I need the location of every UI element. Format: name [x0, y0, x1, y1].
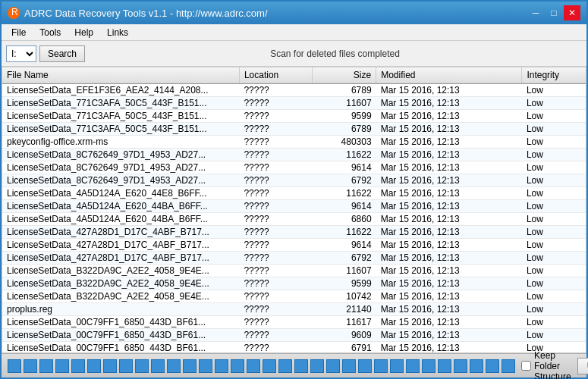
table-row[interactable]: proplus.reg?????21140Mar 15 2016, 12:13L… [2, 303, 586, 316]
table-cell-size: 11617 [313, 316, 376, 329]
table-cell-integrity: Low [522, 239, 586, 252]
file-table-container: File Name Location Size Modified Integri… [2, 67, 586, 353]
table-cell-location: ????? [239, 252, 312, 265]
progress-block [103, 359, 117, 373]
table-cell-file-name: LicenseSetData_EFE1F3E6_AEA2_4144_A208..… [2, 83, 239, 97]
table-cell-location: ????? [239, 136, 312, 149]
table-row[interactable]: LicenseSetData_427A28D1_D17C_4ABF_B717..… [2, 226, 586, 239]
table-row[interactable]: LicenseSetData_4A5D124A_E620_44BA_B6FF..… [2, 200, 586, 213]
progress-block [422, 359, 435, 373]
keep-folder-checkbox[interactable] [521, 361, 531, 371]
table-cell-file-name: LicenseSetData_427A28D1_D17C_4ABF_B717..… [2, 252, 239, 265]
keep-folder-checkbox-container: Keep Folder Structure [521, 350, 571, 380]
search-button[interactable]: Search [39, 45, 85, 62]
progress-block [199, 359, 212, 373]
table-cell-integrity: Low [522, 161, 586, 174]
progress-block [8, 359, 21, 373]
table-cell-location: ????? [239, 97, 312, 110]
col-header-integrity[interactable]: Integrity [522, 67, 586, 83]
close-button[interactable]: ✕ [564, 5, 580, 20]
col-header-filename[interactable]: File Name [2, 67, 239, 83]
table-row[interactable]: LicenseSetData_4A5D124A_E620_44E8_B6FF..… [2, 187, 586, 200]
col-header-location[interactable]: Location [239, 67, 312, 83]
table-cell-modified: Mar 15 2016, 12:13 [376, 316, 522, 329]
menu-links[interactable]: Links [100, 25, 135, 40]
col-header-modified[interactable]: Modified [376, 67, 522, 83]
progress-block [231, 359, 244, 373]
table-row[interactable]: LicenseSetData_8C762649_97D1_4953_AD27..… [2, 161, 586, 174]
table-cell-size: 6791 [313, 342, 376, 353]
table-cell-modified: Mar 15 2016, 12:13 [376, 213, 522, 226]
table-cell-file-name: LicenseSetData_B322DA9C_A2E2_4058_9E4E..… [2, 290, 239, 303]
table-cell-size: 6789 [313, 83, 376, 97]
table-cell-location: ????? [239, 303, 312, 316]
table-cell-integrity: Low [522, 277, 586, 290]
menu-help[interactable]: Help [68, 25, 100, 40]
col-header-size[interactable]: Size [313, 67, 376, 83]
table-cell-file-name: proplus.reg [2, 303, 239, 316]
table-cell-location: ????? [239, 316, 312, 329]
table-cell-size: 11607 [313, 265, 376, 277]
table-row[interactable]: LicenseSetData_771C3AFA_50C5_443F_B151..… [2, 123, 586, 136]
table-cell-file-name: LicenseSetData_427A28D1_D17C_4ABF_B717..… [2, 239, 239, 252]
table-cell-modified: Mar 15 2016, 12:13 [376, 226, 522, 239]
table-row[interactable]: LicenseSetData_00C79FF1_6850_443D_BF61..… [2, 329, 586, 342]
table-row[interactable]: LicenseSetData_771C3AFA_50C5_443F_B151..… [2, 110, 586, 123]
progress-block [326, 359, 340, 373]
table-cell-size: 11622 [313, 149, 376, 161]
table-cell-file-name: LicenseSetData_771C3AFA_50C5_443F_B151..… [2, 97, 239, 110]
table-cell-file-name: LicenseSetData_00C79FF1_6850_443D_BF61..… [2, 316, 239, 329]
table-cell-size: 9614 [313, 239, 376, 252]
progress-block [454, 359, 467, 373]
table-cell-file-name: LicenseSetData_8C762649_97D1_4953_AD27..… [2, 174, 239, 187]
menu-bar: File Tools Help Links [2, 24, 586, 41]
table-row[interactable]: LicenseSetData_00C79FF1_6850_443D_BF61..… [2, 316, 586, 329]
table-row[interactable]: LicenseSetData_EFE1F3E6_AEA2_4144_A208..… [2, 83, 586, 97]
table-row[interactable]: pkeyconfig-office.xrm-ms?????480303Mar 1… [2, 136, 586, 149]
table-cell-location: ????? [239, 161, 312, 174]
table-row[interactable]: LicenseSetData_B322DA9C_A2E2_4058_9E4E..… [2, 290, 586, 303]
table-cell-size: 6789 [313, 123, 376, 136]
table-row[interactable]: LicenseSetData_427A28D1_D17C_4ABF_B717..… [2, 252, 586, 265]
table-row[interactable]: LicenseSetData_B322DA9C_A2E2_4058_9E4E..… [2, 265, 586, 277]
menu-file[interactable]: File [5, 25, 33, 40]
table-row[interactable]: LicenseSetData_8C762649_97D1_4953_AD27..… [2, 174, 586, 187]
table-cell-integrity: Low [522, 329, 586, 342]
table-scroll[interactable]: File Name Location Size Modified Integri… [2, 67, 586, 352]
progress-block [24, 359, 37, 373]
table-cell-location: ????? [239, 239, 312, 252]
table-cell-location: ????? [239, 174, 312, 187]
drive-select[interactable]: I: C: D: [6, 45, 36, 62]
table-cell-modified: Mar 15 2016, 12:13 [376, 187, 522, 200]
table-cell-modified: Mar 15 2016, 12:13 [376, 277, 522, 290]
table-cell-integrity: Low [522, 123, 586, 136]
progress-block [39, 359, 53, 373]
minimize-button[interactable]: ─ [527, 5, 544, 20]
table-cell-location: ????? [239, 83, 312, 97]
table-cell-modified: Mar 15 2016, 12:13 [376, 342, 522, 353]
table-cell-location: ????? [239, 149, 312, 161]
table-cell-modified: Mar 15 2016, 12:13 [376, 329, 522, 342]
table-cell-file-name: LicenseSetData_4A5D124A_E620_44BA_B6FF..… [2, 200, 239, 213]
table-cell-size: 6792 [313, 174, 376, 187]
table-cell-integrity: Low [522, 252, 586, 265]
table-cell-integrity: Low [522, 174, 586, 187]
menu-tools[interactable]: Tools [33, 25, 68, 40]
table-cell-file-name: LicenseSetData_771C3AFA_50C5_443F_B151..… [2, 110, 239, 123]
table-row[interactable]: LicenseSetData_8C762649_97D1_4953_AD27..… [2, 149, 586, 161]
progress-block [310, 359, 324, 373]
undelete-button[interactable]: Undelete Files [577, 358, 588, 374]
table-cell-size: 9614 [313, 161, 376, 174]
table-header-row: File Name Location Size Modified Integri… [2, 67, 586, 83]
maximize-button[interactable]: □ [546, 5, 562, 20]
table-row[interactable]: LicenseSetData_4A5D124A_E620_44BA_B6FF..… [2, 213, 586, 226]
table-row[interactable]: LicenseSetData_771C3AFA_50C5_443F_B151..… [2, 97, 586, 110]
table-row[interactable]: LicenseSetData_427A28D1_D17C_4ABF_B717..… [2, 239, 586, 252]
progress-block [119, 359, 133, 373]
table-cell-location: ????? [239, 200, 312, 213]
table-cell-file-name: LicenseSetData_B322DA9C_A2E2_4058_9E4E..… [2, 277, 239, 290]
table-row[interactable]: LicenseSetData_00C79FF1_6850_443D_BF61..… [2, 342, 586, 353]
progress-block [294, 359, 308, 373]
table-cell-location: ????? [239, 226, 312, 239]
table-row[interactable]: LicenseSetData_B322DA9C_A2E2_4058_9E4E..… [2, 277, 586, 290]
